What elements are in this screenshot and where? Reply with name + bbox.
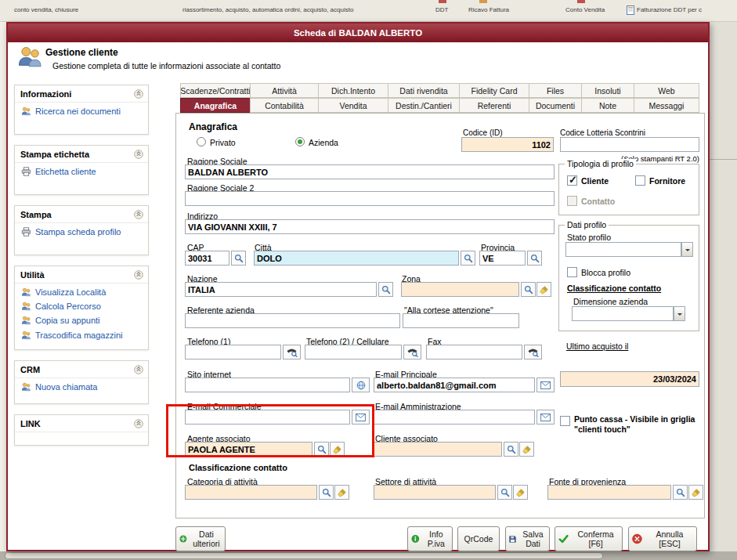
- sidebar-link-trascodifica-magazzini[interactable]: Trascodifica magazzini: [21, 331, 145, 341]
- categoria-clear-button[interactable]: [334, 485, 349, 500]
- sidebar-link-etichetta-cliente[interactable]: Etichetta cliente: [21, 167, 145, 177]
- tab-attivita[interactable]: Attività: [250, 83, 319, 98]
- blocca-profilo-label[interactable]: Blocca profilo: [581, 268, 630, 277]
- fornitore-checkbox-label[interactable]: Fornitore: [649, 176, 685, 186]
- conferma-button[interactable]: Conferma [F6]: [555, 526, 623, 551]
- provincia-search-button[interactable]: [527, 251, 542, 266]
- zona-field[interactable]: [401, 282, 519, 297]
- cliente-checkbox[interactable]: [567, 175, 577, 186]
- settore-clear-button[interactable]: [513, 485, 528, 500]
- collapse-icon[interactable]: [134, 270, 143, 280]
- tab-referenti[interactable]: Referenti: [459, 98, 529, 113]
- citta-field[interactable]: [254, 251, 459, 266]
- azienda-radio-label[interactable]: Azienda: [309, 138, 338, 147]
- fonte-clear-button[interactable]: [688, 485, 703, 500]
- cliente-associato-search-button[interactable]: [504, 442, 518, 457]
- collapse-icon[interactable]: [134, 210, 143, 219]
- ragione-sociale2-field[interactable]: [185, 191, 555, 206]
- collapse-icon[interactable]: [134, 89, 143, 99]
- stato-profilo-dropdown-button[interactable]: [681, 242, 693, 257]
- stato-profilo-combo[interactable]: [565, 242, 681, 257]
- referente-azienda-field[interactable]: [185, 313, 400, 328]
- cliente-associato-field[interactable]: [374, 442, 502, 457]
- tab-destin-cantieri[interactable]: Destin./Cantieri: [388, 98, 460, 113]
- cap-field[interactable]: [185, 251, 229, 266]
- sidebar-link-nuova-chiamata[interactable]: Nuova chiamata: [21, 382, 145, 392]
- tab-anagrafica[interactable]: Anagrafica: [180, 98, 251, 113]
- privato-radio[interactable]: [197, 137, 206, 146]
- nazione-search-button[interactable]: [378, 282, 393, 297]
- background-bottom-scrollbar[interactable]: [0, 551, 737, 560]
- cliente-associato-clear-button[interactable]: [519, 442, 534, 457]
- sidebar-link-calcola-percorso[interactable]: Calcola Percorso: [21, 302, 145, 312]
- sidebar-link-visualizza-localita[interactable]: Visualizza Località: [21, 287, 145, 298]
- agente-associato-field[interactable]: [185, 442, 313, 457]
- email-amministrazione-send-button[interactable]: [536, 410, 555, 425]
- indirizzo-field[interactable]: [185, 219, 555, 234]
- dialog-titlebar[interactable]: Scheda di BALDAN ALBERTO: [8, 23, 708, 42]
- sito-open-button[interactable]: [352, 378, 370, 392]
- dimensione-azienda-dropdown-button[interactable]: [674, 306, 685, 321]
- tab-contabilita[interactable]: Contabilità: [250, 98, 319, 113]
- telefono1-field[interactable]: [185, 345, 281, 359]
- telefono2-field[interactable]: [305, 345, 402, 359]
- agente-search-button[interactable]: [314, 442, 329, 457]
- punto-cassa-label[interactable]: Punto cassa - Visibile in griglia "clien…: [574, 414, 699, 435]
- scrollbar-thumb[interactable]: [5, 552, 603, 559]
- nazione-field[interactable]: [185, 282, 377, 297]
- sidebar-link-copia-su-appunti[interactable]: Copia su appunti: [21, 316, 145, 326]
- fax-field[interactable]: [426, 345, 522, 359]
- azienda-radio[interactable]: [295, 137, 305, 146]
- tab-dati-rivendita[interactable]: Dati rivendita: [388, 83, 460, 98]
- tab-dich-intento[interactable]: Dich.Intento: [318, 83, 388, 98]
- tab-web[interactable]: Web: [634, 83, 699, 98]
- fonte-search-button[interactable]: [673, 485, 688, 500]
- telefono1-lookup-button[interactable]: [283, 345, 301, 359]
- tab-vendita[interactable]: Vendita: [318, 98, 388, 113]
- salva-dati-button[interactable]: Salva Dati: [505, 526, 550, 551]
- ultimo-acquisto-field[interactable]: [560, 371, 699, 387]
- blocca-profilo-checkbox[interactable]: [567, 267, 577, 277]
- zona-clear-button[interactable]: [536, 282, 551, 297]
- sito-internet-field[interactable]: [185, 378, 350, 392]
- tab-files[interactable]: Files: [529, 83, 582, 98]
- info-piva-button[interactable]: Info P.iva: [407, 526, 453, 551]
- dimensione-azienda-combo[interactable]: [572, 306, 674, 321]
- tab-note[interactable]: Note: [581, 98, 634, 113]
- codice-lotteria-field[interactable]: [560, 137, 699, 152]
- alla-cortese-attenzione-field[interactable]: [403, 313, 519, 328]
- provincia-field[interactable]: [479, 251, 526, 266]
- tab-insoluti[interactable]: Insoluti: [581, 83, 634, 98]
- classificazione-contatto-link[interactable]: Classificazione contatto: [567, 284, 661, 293]
- citta-search-button[interactable]: [461, 251, 475, 266]
- codice-id-field[interactable]: [461, 137, 554, 152]
- tab-documenti[interactable]: Documenti: [529, 98, 582, 113]
- collapse-icon[interactable]: [134, 419, 143, 428]
- fax-lookup-button[interactable]: [524, 345, 542, 359]
- email-commerciale-field[interactable]: [185, 410, 350, 425]
- telefono2-lookup-button[interactable]: [403, 345, 421, 359]
- tab-scadenze-contratti[interactable]: Scadenze/Contratti: [180, 83, 251, 98]
- tab-messaggi[interactable]: Messaggi: [634, 98, 699, 113]
- punto-cassa-checkbox[interactable]: [560, 416, 570, 426]
- cliente-checkbox-label[interactable]: Cliente: [581, 176, 609, 186]
- sidebar-link-stampa-scheda-profilo[interactable]: Stampa scheda profilo: [21, 227, 145, 237]
- qrcode-button[interactable]: QrCode: [457, 526, 500, 551]
- privato-radio-label[interactable]: Privato: [210, 138, 236, 147]
- tab-fidelity-card[interactable]: Fidelity Card: [459, 83, 529, 98]
- fornitore-checkbox[interactable]: [635, 175, 645, 186]
- collapse-icon[interactable]: [134, 150, 143, 159]
- settore-search-button[interactable]: [497, 485, 512, 500]
- agente-clear-button[interactable]: [330, 442, 345, 457]
- categoria-attivita-field[interactable]: [185, 485, 317, 500]
- cap-search-button[interactable]: [231, 251, 246, 266]
- email-principale-field[interactable]: [374, 378, 535, 392]
- annulla-button[interactable]: Annulla [ESC]: [628, 526, 697, 551]
- email-amministrazione-field[interactable]: [374, 410, 535, 425]
- settore-attivita-field[interactable]: [374, 485, 496, 500]
- zona-search-button[interactable]: [521, 282, 536, 297]
- dati-ulteriori-button[interactable]: Dati ulteriori: [175, 526, 226, 551]
- categoria-search-button[interactable]: [319, 485, 334, 500]
- email-commerciale-send-button[interactable]: [352, 410, 370, 425]
- ragione-sociale-field[interactable]: [185, 164, 555, 179]
